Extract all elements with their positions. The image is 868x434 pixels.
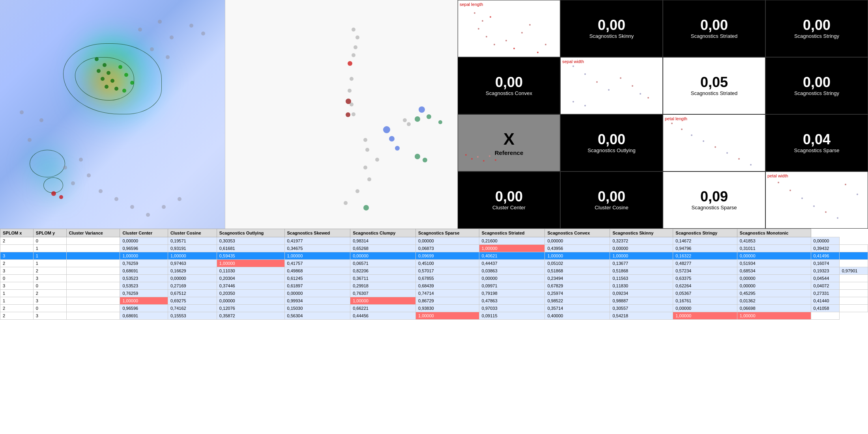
table-cell <box>839 290 868 297</box>
matrix-cell-0-2: 0,00 Scagnostics Striated <box>663 0 765 57</box>
scatter-dot-green <box>415 154 420 159</box>
scatter-mini-dot <box>537 52 539 53</box>
table-cell: 0,57234 <box>673 267 737 275</box>
col-header-scag-stringy[interactable]: Scagnostics Stringy <box>673 229 737 237</box>
scatter-mini-dot <box>486 36 487 37</box>
table-cell <box>839 252 868 260</box>
table-cell: 0,53523 <box>120 275 168 282</box>
scatter-dot-gray <box>189 24 193 28</box>
table-cell: 0 <box>33 282 66 290</box>
table-cell: 0,69275 <box>168 297 217 305</box>
table-cell <box>66 260 120 267</box>
matrix-cell-1-2: 0,05 Scagnostics Striated <box>663 57 765 114</box>
col-header-scag-sparse[interactable]: Scagnostics Sparse <box>415 229 479 237</box>
table-cell: 0,97033 <box>479 305 545 312</box>
table-cell: 0,00000 <box>811 237 839 245</box>
table-cell: 0,01362 <box>737 297 811 305</box>
table-cell: 0,54218 <box>610 312 673 320</box>
matrix-cell-2-3: 0,04 Scagnostics Sparse <box>765 114 868 171</box>
col-header-cluster-variance[interactable]: Cluster Variance <box>66 229 120 237</box>
col-header-splom-x[interactable]: SPLOM x <box>0 229 34 237</box>
scatter-mini-dot <box>505 40 507 41</box>
scatter-dot <box>101 77 105 81</box>
scatter-dot <box>354 45 357 49</box>
left-panel <box>0 0 225 229</box>
table-cell: 3 <box>33 275 66 282</box>
matrix-cell-label: Scagnostics Convex <box>486 90 532 97</box>
table-cell: 0,31011 <box>737 245 811 252</box>
col-header-cluster-center[interactable]: Cluster Center <box>120 229 168 237</box>
table-cell: 0,00000 <box>350 252 416 260</box>
scatter-dot <box>367 177 371 181</box>
scatter-dot-green <box>427 114 431 119</box>
table-cell-splom-x: 3 <box>0 252 34 260</box>
table-cell-splom-x: 2 <box>0 260 34 267</box>
table-row[interactable]: 300,535230,271690,374460,618970,299180,6… <box>0 282 868 290</box>
scatter-dot-gray <box>162 205 166 209</box>
table-cell-splom-x: 2 <box>0 312 34 320</box>
table-header-row: SPLOM x SPLOM y Cluster Variance Cluster… <box>0 229 868 237</box>
matrix-cell-label: Scagnostics Stringy <box>794 33 839 39</box>
col-header-scag-outlying[interactable]: Scagnostics Outlying <box>217 229 284 237</box>
table-cell: 0,00000 <box>217 297 284 305</box>
scatter-mini-dot <box>825 211 827 213</box>
table-cell <box>66 312 120 320</box>
table-cell <box>66 245 120 252</box>
table-row[interactable]: 131,000000,692750,000000,999341,000000,8… <box>0 297 868 305</box>
table-cell: 0,41853 <box>737 237 811 245</box>
table-cell-splom-x: 1 <box>0 290 34 297</box>
table-cell: 0,11563 <box>610 275 673 282</box>
matrix-cell-value: 0,09 <box>700 190 728 204</box>
scatter-mini-dot <box>647 97 649 99</box>
table-cell: 0,45295 <box>737 290 811 297</box>
table-cell: 0,00000 <box>673 305 737 312</box>
table-cell: 0,15553 <box>168 312 217 320</box>
table-cell: 0,11830 <box>610 282 673 290</box>
table-row[interactable]: 210,762590,974631,000000,417570,065710,4… <box>0 260 868 267</box>
col-header-cluster-cosine[interactable]: Cluster Cosine <box>168 229 217 237</box>
table-cell: 0,74714 <box>415 290 479 297</box>
table-row[interactable]: 311,000001,000000,594351,000000,000000,0… <box>0 252 868 260</box>
col-header-scag-clumpy[interactable]: Scagnostics Clumpy <box>350 229 416 237</box>
matrix-cell-label: Scagnostics Sparse <box>692 205 737 211</box>
table-cell: 0,04544 <box>811 275 839 282</box>
scatter-dot <box>355 35 359 39</box>
col-header-splom-y[interactable]: SPLOM y <box>33 229 66 237</box>
table-row[interactable]: 030,535230,000000,203040,612450,367110,6… <box>0 275 868 282</box>
col-header-scag-skinny[interactable]: Scagnostics Skinny <box>610 229 673 237</box>
table-row[interactable]: 120,762590,675120,203500,000000,763070,7… <box>0 290 868 297</box>
table-cell: 0,27169 <box>168 282 217 290</box>
table-row[interactable]: 10,965960,931910,616810,346750,652680,06… <box>0 245 868 252</box>
table-cell: 1,00000 <box>168 252 217 260</box>
table-row[interactable]: 200,965960,741620,120760,150300,662210,9… <box>0 305 868 312</box>
scatter-dot <box>363 138 367 142</box>
col-header-scag-skewed[interactable]: Scagnostics Skewed <box>284 229 350 237</box>
scatter-mini-dot <box>513 48 515 49</box>
table-row[interactable]: 200,000000,195710,303530,419770,983140,0… <box>0 237 868 245</box>
matrix-cell-value: 0,00 <box>598 132 625 147</box>
matrix-cell-value: 0,05 <box>700 75 728 89</box>
scatter-dot <box>344 201 348 205</box>
table-cell: 0,99934 <box>284 297 350 305</box>
table-cell: 3 <box>33 297 66 305</box>
scatter-mini-dot <box>483 160 485 162</box>
scatter-mini-dot <box>545 44 546 45</box>
table-row[interactable]: 320,686910,166290,110300,498680,822060,5… <box>0 267 868 275</box>
col-header-scag-striated[interactable]: Scagnostics Striated <box>479 229 545 237</box>
col-header-scag-monotonic[interactable]: Scagnostics Monotonic <box>737 229 811 237</box>
table-cell: 0,41757 <box>284 260 350 267</box>
table-row[interactable]: 230,686910,155530,358720,563040,444561,0… <box>0 312 868 320</box>
table-cell: 0,20304 <box>217 275 284 282</box>
col-header-scag-convex[interactable]: Scagnostics Convex <box>545 229 610 237</box>
scatter-dot <box>95 57 99 61</box>
scatter-dot-blue <box>383 126 390 133</box>
table-cell: 1,00000 <box>545 252 610 260</box>
matrix-cell-3-2: 0,09 Scagnostics Sparse <box>663 171 765 229</box>
scatter-dot <box>105 85 108 89</box>
scatter-mini-dot <box>471 158 473 160</box>
table-cell: 3 <box>33 312 66 320</box>
table-cell: 0,74162 <box>168 305 217 312</box>
matrix-cell-label: Scagnostics Striated <box>691 33 738 39</box>
table-cell: 0,34675 <box>284 245 350 252</box>
table-cell: 1,00000 <box>479 245 545 252</box>
